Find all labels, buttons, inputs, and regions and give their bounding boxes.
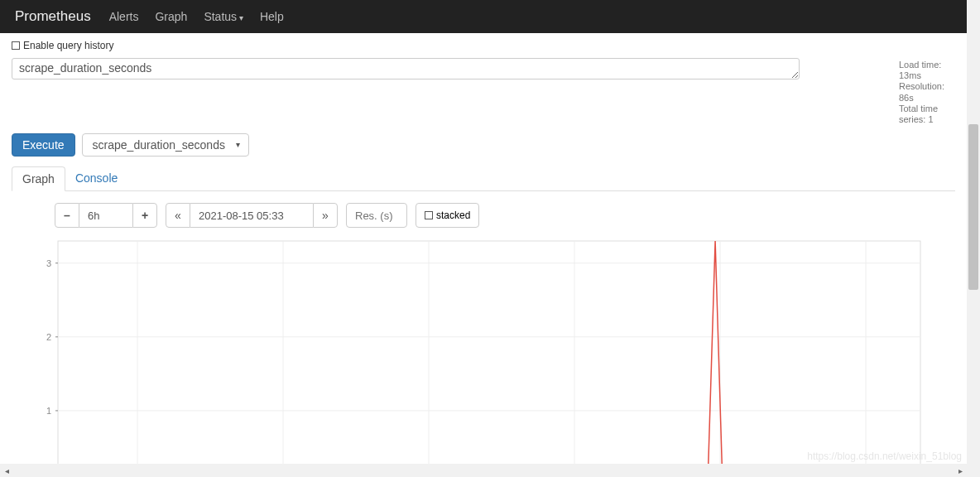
tab-console[interactable]: Console <box>65 166 127 190</box>
hscroll-left-icon[interactable]: ◂ <box>0 464 13 477</box>
chart-area: 00:0001:0002:0003:0004:0005:000123 scrap… <box>0 228 967 464</box>
resolution-input[interactable] <box>346 203 407 228</box>
time-input[interactable] <box>190 203 313 228</box>
metric-selected: scrape_duration_seconds <box>93 138 225 152</box>
range-decrease-button[interactable]: – <box>55 203 79 228</box>
nav-alerts[interactable]: Alerts <box>109 10 139 23</box>
total-series: Total time series: 1 <box>899 104 955 125</box>
enable-history-label: Enable query history <box>23 40 113 51</box>
navbar: Prometheus Alerts Graph Status Help <box>0 0 967 33</box>
query-input[interactable] <box>12 58 800 80</box>
svg-text:1: 1 <box>46 406 51 416</box>
enable-history-toggle[interactable]: Enable query history <box>0 33 967 55</box>
scroll-corner <box>967 464 980 477</box>
time-forward-button[interactable]: » <box>313 203 338 228</box>
tab-graph[interactable]: Graph <box>12 166 65 191</box>
svg-text:3: 3 <box>46 258 51 268</box>
horizontal-scrollbar[interactable]: ◂ ▸ <box>0 464 967 477</box>
range-increase-button[interactable]: + <box>132 203 157 228</box>
svg-text:2: 2 <box>46 332 51 342</box>
resolution: Resolution: 86s <box>899 81 955 103</box>
result-tabs: Graph Console <box>12 166 955 191</box>
query-stats: Load time: 13ms Resolution: 86s Total ti… <box>800 58 955 125</box>
brand[interactable]: Prometheus <box>15 8 91 25</box>
svg-rect-0 <box>58 241 920 464</box>
stacked-toggle[interactable]: stacked <box>416 203 479 228</box>
time-back-button[interactable]: « <box>166 203 190 228</box>
hscroll-right-icon[interactable]: ▸ <box>954 464 967 477</box>
nav-help[interactable]: Help <box>260 10 284 23</box>
stacked-label: stacked <box>436 210 470 221</box>
checkbox-icon <box>12 41 20 50</box>
load-time: Load time: 13ms <box>899 60 955 81</box>
checkbox-icon <box>425 211 433 219</box>
vscroll-thumb[interactable] <box>968 124 978 290</box>
range-input[interactable] <box>79 203 132 228</box>
line-chart: 00:0001:0002:0003:0004:0005:000123 <box>38 236 925 464</box>
execute-button[interactable]: Execute <box>12 133 75 157</box>
vertical-scrollbar[interactable] <box>967 0 980 464</box>
nav-status[interactable]: Status <box>204 10 243 23</box>
nav-graph[interactable]: Graph <box>155 10 187 23</box>
watermark: https://blog.csdn.net/weixin_51blog <box>807 450 962 462</box>
metric-dropdown[interactable]: scrape_duration_seconds <box>82 133 249 157</box>
graph-controls: – + « » stacked <box>0 191 967 228</box>
